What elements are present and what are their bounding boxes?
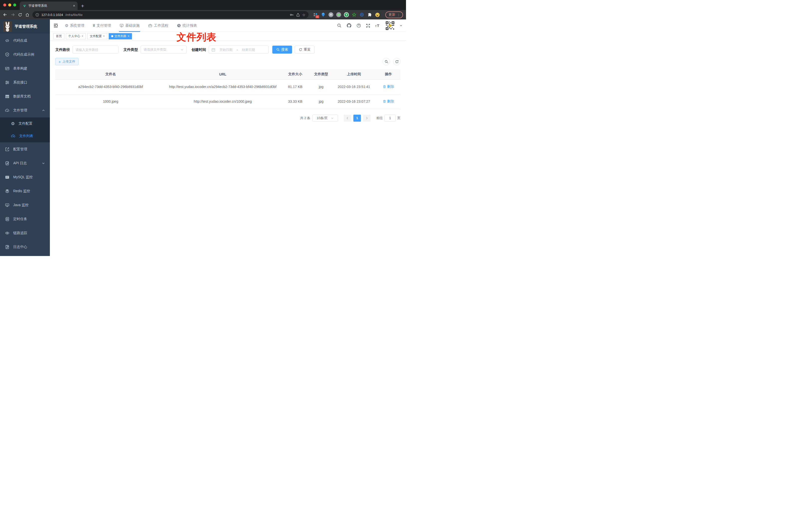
tab-title: 芋道管理系统 [28, 4, 71, 8]
log-pencil-icon [5, 245, 9, 249]
col-filename: 文件名 [55, 69, 166, 80]
address-bar[interactable]: 127.0.0.1:1024/infra/file/file ☆ [32, 11, 309, 18]
extension-command-icon[interactable]: ⌘ [328, 12, 334, 17]
top-nav-infrastructure[interactable]: 基础设施 [119, 20, 140, 32]
sidebar-item-java-monitor[interactable]: Java 监控 [0, 198, 50, 212]
sidebar-item-redis-monitor[interactable]: Redis 监控 [0, 184, 50, 198]
window-close-button[interactable] [3, 3, 6, 6]
sidebar-item-db-doc[interactable]: 数据库文档 [0, 89, 50, 103]
sidebar-item-file-list[interactable]: 文件列表 [0, 130, 50, 142]
java-monitor-icon [5, 203, 9, 207]
goto-label: 前往 [376, 116, 383, 120]
new-tab-button[interactable]: + [81, 3, 84, 8]
goto-page-input[interactable] [384, 115, 396, 122]
file-type-select[interactable]: 请选择文件类型 [141, 46, 186, 54]
extension-puzzle-icon[interactable] [367, 12, 372, 17]
sidebar-item-file-config[interactable]: ⚙ 文件配置 [0, 117, 50, 130]
tag-close-icon[interactable]: × [82, 34, 83, 38]
trash-icon [383, 100, 386, 103]
notebook-clock-icon [5, 217, 9, 221]
fullscreen-icon[interactable] [366, 24, 370, 28]
delete-button[interactable]: 删除 [383, 84, 394, 89]
sidebar-item-code-demo[interactable]: 代码生成示例 [0, 48, 50, 62]
page-size-select[interactable]: 10条/页 [313, 115, 338, 122]
file-table: 文件名 URL 文件大小 文件类型 上传时间 操作 a294ecb2-73dd-… [55, 69, 401, 109]
tag-home[interactable]: 首页 [53, 33, 64, 39]
password-key-icon[interactable] [290, 13, 294, 17]
sidebar-item-scheduled-tasks[interactable]: 定时任务 [0, 212, 50, 226]
avatar-qr-code[interactable] [385, 21, 395, 30]
cell-url: http://test.yudao.iocoder.cn/1000.jpeg [166, 94, 280, 109]
upload-file-button[interactable]: + 上传文件 [55, 58, 79, 65]
refresh-table-button[interactable] [393, 58, 401, 65]
browser-update-menu[interactable]: 更新 ⋮ [385, 11, 403, 18]
monitor-chart-icon [5, 175, 9, 179]
next-page-button[interactable] [363, 115, 371, 122]
document-pencil-icon [5, 161, 9, 165]
date-range-picker[interactable]: - [209, 46, 269, 54]
date-start-input[interactable] [217, 48, 235, 52]
site-info-icon[interactable] [35, 13, 39, 17]
sidebar-item-config-management[interactable]: 配置管理 [0, 142, 50, 156]
prev-page-button[interactable] [344, 115, 351, 122]
col-actions: 操作 [376, 69, 401, 80]
menu-fold-icon[interactable] [53, 23, 58, 28]
home-icon[interactable] [25, 13, 29, 17]
sidebar-item-system-api[interactable]: 系统接口 [0, 76, 50, 89]
toggle-search-button[interactable] [382, 58, 390, 65]
search-button[interactable]: 搜索 [272, 46, 292, 54]
sidebar-item-form-builder[interactable]: 表单构建 [0, 62, 50, 76]
extension-balloon-icon[interactable] [321, 12, 326, 17]
back-icon[interactable] [3, 12, 7, 17]
sidebar-item-tracing[interactable]: 链路追踪 [0, 226, 50, 240]
extension-eye-icon[interactable] [359, 12, 364, 17]
caret-down-icon[interactable] [400, 24, 403, 27]
help-icon[interactable] [356, 23, 361, 28]
text-size-icon[interactable]: TT [375, 24, 381, 28]
tag-profile[interactable]: 个人中心 × [66, 33, 86, 39]
sidebar-item-mysql-monitor[interactable]: MySQL 监控 [0, 170, 50, 184]
calendar-icon [211, 48, 215, 52]
github-icon[interactable] [346, 23, 352, 28]
window-zoom-button[interactable] [13, 3, 16, 6]
bookmark-star-icon[interactable]: ☆ [302, 13, 306, 17]
dashboard-icon [177, 24, 181, 28]
search-icon[interactable] [337, 23, 342, 28]
reload-icon[interactable] [18, 13, 22, 17]
sidebar-group-file-management[interactable]: 文件管理 [0, 103, 50, 117]
filter-form: 文件路径 文件类型 请选择文件类型 创建时间 - 搜索 [55, 46, 401, 54]
app-logo: 芋道管理系统 [0, 20, 50, 34]
extension-record-icon[interactable] [336, 12, 341, 17]
code-icon [5, 38, 9, 43]
date-end-input[interactable] [239, 48, 258, 52]
tag-close-icon[interactable]: × [103, 34, 105, 38]
extension-star-icon[interactable] [352, 12, 357, 17]
tag-file-list-active[interactable]: 文件列表 × [109, 33, 132, 39]
tag-file-config[interactable]: 文件配置 × [87, 33, 107, 39]
extension-y-icon[interactable]: Y [344, 12, 349, 17]
edit-square-icon [5, 147, 9, 152]
share-icon[interactable] [296, 13, 300, 17]
forward-icon[interactable] [10, 12, 15, 17]
shield-check-icon [5, 52, 9, 57]
svg-text:T: T [375, 25, 377, 27]
top-nav-workflow[interactable]: 工作流程 [148, 20, 169, 32]
chevron-left-icon [346, 117, 349, 120]
sidebar-item-api-log[interactable]: API 日志 [0, 156, 50, 170]
sidebar-item-code-generation[interactable]: 代码生成 [0, 34, 50, 48]
refresh-icon [395, 60, 399, 64]
extension-grid-icon[interactable]: 11 [313, 12, 318, 17]
top-nav-payment[interactable]: ¥ 支付管理 [92, 20, 112, 32]
sidebar-item-log-center[interactable]: 日志中心 [0, 240, 50, 254]
reset-button[interactable]: 重置 [295, 46, 315, 54]
tag-close-icon[interactable]: × [128, 34, 129, 38]
file-path-input[interactable] [72, 46, 118, 54]
window-minimize-button[interactable] [8, 3, 11, 6]
page-number-current[interactable]: 1 [353, 115, 361, 122]
top-nav-system[interactable]: ⚙ 系统管理 [64, 20, 85, 32]
delete-button[interactable]: 删除 [383, 99, 394, 104]
tab-close-icon[interactable]: × [73, 4, 75, 8]
browser-tab[interactable]: 芋道管理系统 × [20, 1, 78, 10]
extension-emoji-icon[interactable] [375, 12, 380, 17]
top-nav-reports[interactable]: 统计报表 [176, 20, 198, 32]
